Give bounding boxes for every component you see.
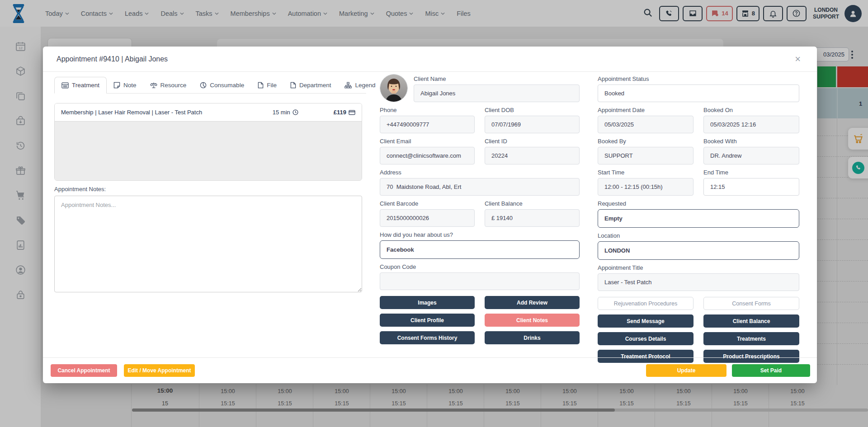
appointment-date-input[interactable]	[598, 116, 693, 133]
document-icon	[290, 82, 296, 89]
clock-icon	[292, 109, 298, 115]
requested-label: Requested	[598, 201, 799, 207]
tab-consumable[interactable]: Consumable	[193, 77, 251, 93]
client-column: Client Name Phone Client DOB	[380, 74, 580, 344]
client-email-label: Client Email	[380, 138, 475, 145]
modal-title: Appointment #9410 | Abigail Jones	[57, 55, 168, 63]
send-message-button[interactable]: Send Message	[598, 314, 693, 328]
appointment-column: Appointment Status Appointment Date Book…	[598, 74, 799, 363]
appointment-modal: Appointment #9410 | Abigail Jones × Trea…	[43, 47, 817, 383]
app-screen: Today Contacts Leads Deals Tasks Members…	[0, 0, 868, 427]
modal-body: Treatment Note Resource Consumable File	[43, 72, 817, 357]
booked-by-label: Booked By	[598, 138, 693, 145]
appointment-notes-textarea[interactable]	[54, 196, 362, 292]
credit-card-icon	[349, 110, 355, 115]
tab-note-label: Note	[123, 82, 137, 89]
coupon-input[interactable]	[380, 272, 580, 290]
location-label: Location	[598, 233, 799, 239]
booked-by-input[interactable]	[598, 147, 693, 164]
sitemap-icon	[344, 82, 352, 89]
modal-footer: Cancel Appointment Edit / Move Appointme…	[43, 357, 817, 383]
end-time-input[interactable]	[703, 178, 799, 196]
client-id-input[interactable]	[485, 147, 580, 164]
tab-resource-label: Resource	[160, 82, 187, 89]
tab-department[interactable]: Department	[283, 77, 338, 93]
appointment-status-input[interactable]	[598, 84, 799, 102]
treatment-list-empty-area	[55, 122, 362, 180]
tab-consumable-label: Consumable	[210, 82, 244, 89]
client-name-label: Client Name	[414, 76, 580, 82]
client-photo[interactable]	[380, 74, 408, 102]
close-icon[interactable]: ×	[792, 54, 803, 64]
client-id-label: Client ID	[485, 138, 580, 145]
client-balance-input[interactable]	[485, 209, 580, 227]
client-profile-button[interactable]: Client Profile	[380, 314, 475, 327]
update-button[interactable]: Update	[646, 364, 726, 377]
requested-select[interactable]: Empty	[598, 209, 799, 228]
consent-forms-button[interactable]: Consent Forms	[703, 297, 799, 310]
start-time-label: Start Time	[598, 169, 693, 176]
tab-legend-label: Legend	[355, 82, 375, 89]
cancel-appointment-button[interactable]: Cancel Appointment	[51, 364, 117, 377]
address-label: Address	[380, 169, 580, 176]
file-icon	[258, 82, 264, 89]
treatment-row[interactable]: Membership | Laser Hair Removal | Laser …	[55, 103, 362, 122]
client-notes-button[interactable]: Client Notes	[485, 314, 580, 327]
referral-select[interactable]: Facebook	[380, 240, 580, 259]
booked-with-label: Booked With	[703, 138, 799, 145]
appointment-status-label: Appointment Status	[598, 76, 799, 82]
add-review-button[interactable]: Add Review	[485, 296, 580, 309]
scale-icon	[150, 82, 157, 89]
appointment-notes-label: Appointment Notes:	[54, 186, 106, 192]
edit-move-appointment-button[interactable]: Edit / Move Appointment	[124, 364, 195, 377]
modal-header: Appointment #9410 | Abigail Jones ×	[43, 47, 817, 72]
booked-on-label: Booked On	[703, 107, 799, 113]
booked-on-input[interactable]	[703, 116, 799, 133]
consent-forms-history-button[interactable]: Consent Forms History	[380, 331, 475, 344]
courses-details-button[interactable]: Courses Details	[598, 332, 693, 345]
note-icon	[113, 82, 120, 89]
treatment-list-icon	[61, 82, 69, 89]
modal-tabs: Treatment Note Resource Consumable File	[54, 77, 366, 94]
phone-label: Phone	[380, 107, 475, 113]
drinks-button[interactable]: Drinks	[485, 331, 580, 344]
appointment-title-label: Appointment Title	[598, 265, 799, 271]
tab-treatment-label: Treatment	[72, 82, 99, 89]
booked-with-input[interactable]	[703, 147, 799, 164]
treatments-button[interactable]: Treatments	[703, 332, 799, 345]
treatment-list-card: Membership | Laser Hair Removal | Laser …	[54, 103, 362, 181]
appointment-title-input[interactable]	[598, 273, 799, 291]
appointment-date-label: Appointment Date	[598, 107, 693, 113]
location-select[interactable]: LONDON	[598, 241, 799, 260]
coupon-label: Coupon Code	[380, 264, 580, 270]
pie-icon	[200, 82, 207, 89]
phone-input[interactable]	[380, 116, 475, 133]
images-button[interactable]: Images	[380, 296, 475, 309]
client-name-input[interactable]	[414, 84, 580, 102]
client-balance-label: Client Balance	[485, 201, 580, 207]
set-paid-button[interactable]: Set Paid	[732, 364, 810, 377]
rejuvenation-procedures-button[interactable]: Rejuvenation Procedures	[598, 297, 693, 310]
client-email-input[interactable]	[380, 147, 475, 164]
tab-note[interactable]: Note	[107, 77, 143, 93]
tab-file[interactable]: File	[251, 77, 283, 93]
client-balance-button[interactable]: Client Balance	[703, 314, 799, 328]
start-time-input[interactable]	[598, 178, 693, 196]
tab-treatment[interactable]: Treatment	[54, 77, 107, 94]
client-dob-label: Client DOB	[485, 107, 580, 113]
treatment-price: £119	[334, 109, 346, 116]
tab-department-label: Department	[299, 82, 331, 89]
treatment-name: Membership | Laser Hair Removal | Laser …	[61, 109, 273, 116]
client-barcode-label: Client Barcode	[380, 201, 475, 207]
tab-resource[interactable]: Resource	[143, 77, 193, 93]
tab-legend[interactable]: Legend	[338, 77, 382, 93]
end-time-label: End Time	[703, 169, 799, 176]
referral-label: How did you hear about us?	[380, 232, 580, 238]
treatment-duration: 15 min	[273, 109, 290, 116]
tab-file-label: File	[267, 82, 277, 89]
client-dob-input[interactable]	[485, 116, 580, 133]
address-input[interactable]	[380, 178, 580, 196]
client-barcode-input[interactable]	[380, 209, 475, 227]
